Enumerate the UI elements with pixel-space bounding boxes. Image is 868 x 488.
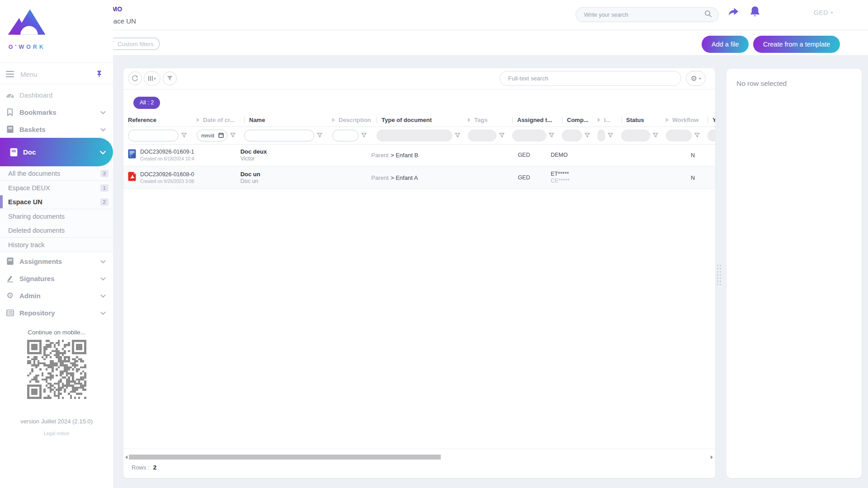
refresh-button[interactable] bbox=[128, 71, 142, 85]
column-label: Name bbox=[249, 117, 265, 123]
sort-arrow-icon[interactable] bbox=[598, 118, 600, 122]
sidebar-item-repository[interactable]: Repository bbox=[0, 304, 113, 321]
global-search[interactable]: Write your search bbox=[576, 7, 719, 22]
sidebar-item-bookmarks[interactable]: Bookmarks bbox=[0, 103, 113, 121]
column-header-description[interactable]: Description bbox=[332, 113, 377, 127]
sidebar-subitem-sharing-documents[interactable]: Sharing documents bbox=[0, 209, 113, 223]
sort-arrow-icon[interactable] bbox=[332, 118, 335, 122]
assigned-to: GED bbox=[518, 174, 530, 181]
filter-select-status[interactable] bbox=[621, 130, 650, 141]
search-icon[interactable] bbox=[704, 10, 712, 19]
legal-notice-link[interactable]: Legal notice bbox=[0, 431, 113, 436]
funnel-icon[interactable] bbox=[455, 131, 460, 140]
column-header-y[interactable]: Y... bbox=[708, 113, 715, 127]
column-header-assigned[interactable]: Assigned t... bbox=[512, 113, 562, 127]
scroll-right-arrow[interactable] bbox=[711, 455, 713, 459]
panel-resize-handle[interactable] bbox=[717, 265, 721, 285]
pin-icon[interactable] bbox=[95, 70, 103, 80]
funnel-icon[interactable] bbox=[608, 131, 613, 140]
filter-input-reference[interactable] bbox=[128, 130, 179, 141]
clipped-cell-text: N bbox=[689, 175, 695, 181]
rows-count-row: Rows : 2 bbox=[132, 464, 156, 471]
funnel-icon[interactable] bbox=[317, 131, 322, 140]
qr-code bbox=[27, 340, 86, 399]
filter-select-assigned[interactable] bbox=[512, 130, 546, 141]
column-header-reference[interactable]: Reference bbox=[128, 113, 197, 127]
table-settings-button[interactable]: ⚙ ▾ bbox=[686, 71, 706, 86]
column-header-type[interactable]: Type of document bbox=[377, 113, 468, 127]
filter-cell-i bbox=[598, 127, 621, 144]
sidebar-subitem-history-track[interactable]: History track bbox=[0, 238, 113, 252]
table-footer-divider bbox=[123, 449, 715, 449]
scroll-left-arrow[interactable] bbox=[125, 455, 127, 459]
funnel-icon[interactable] bbox=[499, 131, 505, 140]
calendar-icon[interactable] bbox=[218, 132, 224, 139]
filter-date-input-date[interactable]: mm/d bbox=[197, 130, 227, 141]
add-file-button[interactable]: Add a file bbox=[702, 36, 749, 53]
header-divider bbox=[93, 30, 868, 30]
empty-selection-message: No row selected bbox=[726, 69, 862, 88]
fulltext-search-input[interactable]: Full-text search bbox=[500, 71, 681, 86]
column-header-tags[interactable]: Tags bbox=[468, 113, 512, 127]
filter-input-description[interactable] bbox=[332, 130, 359, 141]
funnel-icon[interactable] bbox=[230, 131, 236, 140]
funnel-icon[interactable] bbox=[653, 131, 658, 140]
global-search-placeholder: Write your search bbox=[584, 12, 704, 18]
sort-arrow-icon[interactable] bbox=[468, 118, 471, 122]
filter-button[interactable] bbox=[163, 71, 177, 85]
sidebar-item-assignments[interactable]: Assignments bbox=[0, 253, 113, 270]
logo-wordmark: O'WORK bbox=[5, 44, 50, 50]
mobile-hint: Continue on mobile... bbox=[0, 329, 113, 336]
sidebar-item-baskets[interactable]: Baskets bbox=[0, 121, 113, 138]
filter-select-workflow[interactable] bbox=[666, 130, 692, 141]
chevron-down-icon: ▾ bbox=[154, 76, 156, 81]
filter-input-name[interactable] bbox=[244, 130, 314, 141]
column-header-date[interactable]: Date of cr... bbox=[197, 113, 244, 127]
cell-assigned: GED bbox=[500, 174, 548, 181]
columns-button[interactable]: ▾ bbox=[144, 71, 160, 85]
table-row[interactable]: DOC230926-01608-0Created on 9/26/2023 3:… bbox=[123, 166, 715, 189]
funnel-icon[interactable] bbox=[694, 131, 700, 140]
book-icon bbox=[5, 125, 14, 133]
sidebar-subitem-deleted-documents[interactable]: Deleted documents bbox=[0, 223, 113, 237]
chevron-down-icon bbox=[100, 108, 106, 116]
table-row[interactable]: wDOC230926-01609-1Created on 6/18/2024 1… bbox=[123, 144, 715, 166]
column-header-workflow[interactable]: Workflow bbox=[666, 113, 708, 127]
column-header-name[interactable]: Name bbox=[244, 113, 332, 127]
sidebar-subitem-espace-deux[interactable]: Espace DEUX1 bbox=[0, 181, 113, 195]
company: ET***** bbox=[551, 171, 583, 177]
sort-arrow-icon[interactable] bbox=[197, 118, 199, 122]
column-header-status[interactable]: Status bbox=[621, 113, 666, 127]
filter-select-i[interactable] bbox=[598, 130, 605, 141]
sidebar-item-admin[interactable]: ⚙Admin bbox=[0, 287, 113, 304]
sidebar-item-signatures[interactable]: Signatures bbox=[0, 270, 113, 287]
funnel-icon[interactable] bbox=[585, 131, 590, 140]
notifications-bell-icon[interactable] bbox=[749, 5, 761, 20]
funnel-icon[interactable] bbox=[549, 131, 554, 140]
filter-select-y[interactable] bbox=[708, 130, 715, 141]
sidebar-subitem-all-the-documents[interactable]: All the documents3 bbox=[0, 166, 113, 180]
column-divider bbox=[244, 117, 245, 123]
horizontal-scrollbar[interactable] bbox=[125, 454, 713, 460]
sidebar-item-doc[interactable]: Doc bbox=[0, 138, 113, 166]
doc-icon bbox=[9, 148, 18, 157]
filter-scope-badge[interactable]: All : 2 bbox=[133, 97, 160, 109]
bookmark-icon bbox=[5, 108, 14, 116]
user-menu[interactable]: GED ▾ bbox=[814, 9, 833, 16]
create-from-template-button[interactable]: Create from a template bbox=[753, 36, 840, 53]
sidebar-subitem-espace-un[interactable]: Espace UN2 bbox=[0, 195, 113, 209]
filter-select-company[interactable] bbox=[562, 130, 582, 141]
filter-cell-type bbox=[377, 127, 468, 144]
filter-select-type[interactable] bbox=[377, 130, 452, 141]
column-header-company[interactable]: Comp... bbox=[562, 113, 598, 127]
scrollbar-thumb[interactable] bbox=[129, 455, 441, 460]
filter-select-tags[interactable] bbox=[468, 130, 496, 141]
menu-toggle[interactable]: Menu bbox=[0, 66, 113, 82]
sidebar-item-dashboard[interactable]: Dashboard bbox=[0, 86, 113, 103]
funnel-icon[interactable] bbox=[181, 131, 187, 140]
column-label: Date of cr... bbox=[203, 117, 235, 123]
share-icon[interactable] bbox=[727, 6, 740, 20]
funnel-icon[interactable] bbox=[361, 131, 367, 140]
column-header-i[interactable]: I... bbox=[598, 113, 621, 127]
sort-arrow-icon[interactable] bbox=[666, 118, 669, 122]
